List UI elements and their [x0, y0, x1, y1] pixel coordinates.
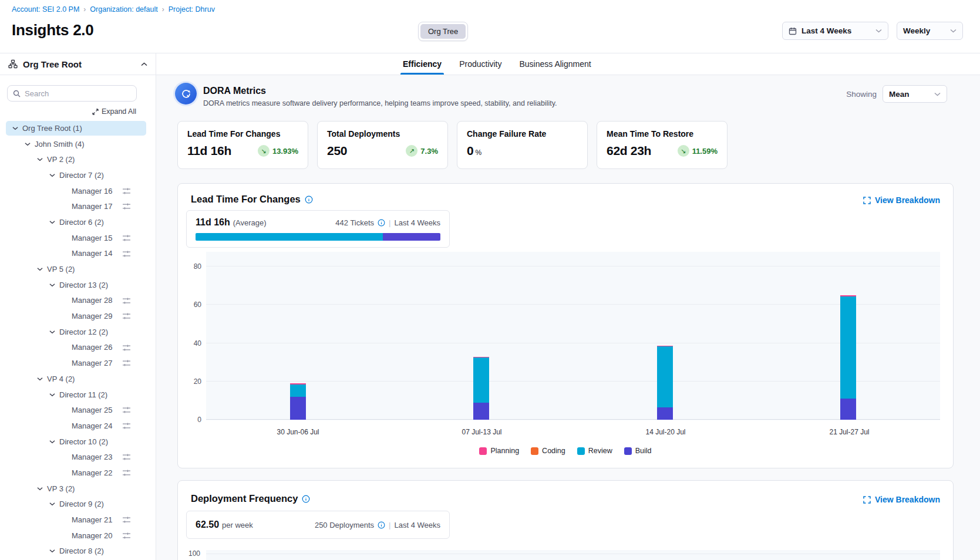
- legend-item-coding[interactable]: Coding: [531, 447, 565, 455]
- tree-node[interactable]: Manager 21: [0, 512, 156, 528]
- showing-select[interactable]: Mean: [883, 85, 947, 103]
- stacked-bar[interactable]: [473, 357, 489, 420]
- sliders-icon[interactable]: [122, 453, 131, 461]
- bar-segment-review: [840, 296, 856, 399]
- expand-breakdown-icon: [863, 197, 871, 204]
- tree-node[interactable]: Director 12 (2): [0, 324, 156, 340]
- chevron-down-icon[interactable]: [36, 487, 43, 491]
- tree-node[interactable]: VP 5 (2): [0, 261, 156, 277]
- tree-node[interactable]: Manager 16: [0, 183, 156, 199]
- granularity-select[interactable]: Weekly: [897, 22, 963, 40]
- tree-node[interactable]: Manager 28: [0, 293, 156, 309]
- tree-node-label: John Smith (4): [35, 140, 85, 149]
- sliders-icon[interactable]: [122, 297, 131, 305]
- tree-node[interactable]: Manager 14: [0, 246, 156, 262]
- legend-item-planning[interactable]: Planning: [479, 447, 519, 455]
- breadcrumb-item[interactable]: Project: Dhruv: [169, 5, 215, 14]
- tab-business-alignment[interactable]: Business Alignment: [520, 53, 591, 75]
- chevron-down-icon[interactable]: [36, 157, 43, 161]
- chevron-down-icon[interactable]: [24, 142, 31, 146]
- header-filters: Last 4 Weeks Weekly: [782, 22, 963, 40]
- tree-node-label: Director 11 (2): [59, 390, 107, 399]
- tree-node-label: Director 6 (2): [59, 218, 104, 227]
- stacked-bar[interactable]: [657, 346, 673, 420]
- deployment-view-breakdown[interactable]: View Breakdown: [863, 495, 940, 504]
- summary-range: Last 4 Weeks: [394, 521, 440, 529]
- chevron-down-icon[interactable]: [49, 220, 56, 224]
- legend-item-review[interactable]: Review: [577, 447, 612, 455]
- chevron-down-icon[interactable]: [49, 283, 56, 287]
- sliders-icon[interactable]: [122, 359, 131, 367]
- tree-node[interactable]: Manager 27: [0, 355, 156, 371]
- tree-node[interactable]: Director 9 (2): [0, 497, 156, 512]
- tab-productivity[interactable]: Productivity: [459, 53, 501, 75]
- chevron-down-icon[interactable]: [49, 393, 56, 397]
- chart-legend: PlanningCodingReviewBuild: [178, 447, 953, 455]
- stacked-bar[interactable]: [290, 383, 306, 420]
- tree-node[interactable]: Manager 29: [0, 308, 156, 324]
- tree-node[interactable]: Manager 24: [0, 418, 156, 434]
- tree-node[interactable]: Director 7 (2): [0, 167, 156, 183]
- tree-node[interactable]: Manager 22: [0, 465, 156, 481]
- breadcrumb-item[interactable]: Account: SEI 2.0 PM: [12, 5, 79, 14]
- sliders-icon[interactable]: [122, 234, 131, 242]
- tree-node-label: Manager 15: [72, 234, 112, 242]
- sliders-icon[interactable]: [122, 203, 131, 210]
- tree-node[interactable]: Manager 23: [0, 449, 156, 465]
- org-tree-list: Org Tree Root (1)John Smith (4)VP 2 (2)D…: [0, 120, 156, 559]
- org-tree-toggle[interactable]: Org Tree: [418, 22, 468, 41]
- trend-percent: 11.59%: [692, 147, 718, 156]
- tree-node[interactable]: Director 13 (2): [0, 277, 156, 293]
- info-icon[interactable]: [378, 219, 385, 227]
- sliders-icon[interactable]: [122, 532, 131, 539]
- info-icon[interactable]: [378, 521, 385, 529]
- sidebar-search[interactable]: [7, 85, 137, 102]
- sliders-icon[interactable]: [122, 312, 131, 320]
- trend-badge: ↘11.59%: [678, 145, 718, 157]
- tree-node[interactable]: John Smith (4): [0, 136, 156, 152]
- lead-time-chart-plot: [206, 252, 940, 420]
- chevron-down-icon[interactable]: [36, 267, 43, 271]
- sliders-icon[interactable]: [122, 406, 131, 414]
- info-icon[interactable]: [305, 195, 313, 204]
- sliders-icon[interactable]: [122, 469, 131, 477]
- chevron-down-icon[interactable]: [36, 377, 43, 381]
- tree-node[interactable]: Manager 17: [0, 198, 156, 214]
- tree-node[interactable]: Director 10 (2): [0, 434, 156, 450]
- sliders-icon[interactable]: [122, 516, 131, 524]
- tree-node[interactable]: Manager 26: [0, 340, 156, 356]
- chevron-down-icon[interactable]: [49, 173, 56, 177]
- tree-node[interactable]: Org Tree Root (1): [0, 120, 156, 136]
- collapse-sidebar-icon[interactable]: [141, 62, 147, 66]
- chevron-down-icon[interactable]: [49, 330, 56, 334]
- sliders-icon[interactable]: [122, 344, 131, 352]
- lead-time-view-breakdown[interactable]: View Breakdown: [863, 195, 940, 205]
- sliders-icon[interactable]: [122, 422, 131, 430]
- tree-node[interactable]: Director 6 (2): [0, 214, 156, 230]
- deployment-title: Deployment Frequency: [191, 493, 298, 504]
- tree-node[interactable]: VP 2 (2): [0, 151, 156, 167]
- chevron-down-icon[interactable]: [49, 440, 56, 444]
- breadcrumb-item[interactable]: Organization: default: [90, 5, 157, 14]
- chevron-down-icon[interactable]: [12, 126, 19, 130]
- tree-node[interactable]: Director 11 (2): [0, 387, 156, 403]
- stacked-bar[interactable]: [840, 295, 856, 420]
- tree-node[interactable]: Manager 15: [0, 230, 156, 246]
- tree-node[interactable]: VP 3 (2): [0, 481, 156, 497]
- tree-node[interactable]: VP 4 (2): [0, 371, 156, 387]
- tree-node-label: Manager 21: [72, 515, 112, 524]
- tree-node[interactable]: Director 8 (2): [0, 544, 156, 559]
- sliders-icon[interactable]: [122, 250, 131, 258]
- sliders-icon[interactable]: [122, 187, 131, 195]
- tree-node[interactable]: Manager 20: [0, 528, 156, 544]
- chevron-down-icon[interactable]: [49, 502, 56, 506]
- date-range-select[interactable]: Last 4 Weeks: [782, 22, 888, 40]
- legend-item-build[interactable]: Build: [624, 447, 652, 455]
- tab-efficiency[interactable]: Efficiency: [403, 53, 442, 75]
- search-input[interactable]: [25, 89, 131, 98]
- chevron-down-icon[interactable]: [49, 549, 56, 553]
- info-icon[interactable]: [302, 495, 310, 503]
- expand-all-button[interactable]: Expand All: [92, 107, 136, 116]
- org-tree-toggle-label[interactable]: Org Tree: [420, 24, 466, 39]
- tree-node[interactable]: Manager 25: [0, 402, 156, 418]
